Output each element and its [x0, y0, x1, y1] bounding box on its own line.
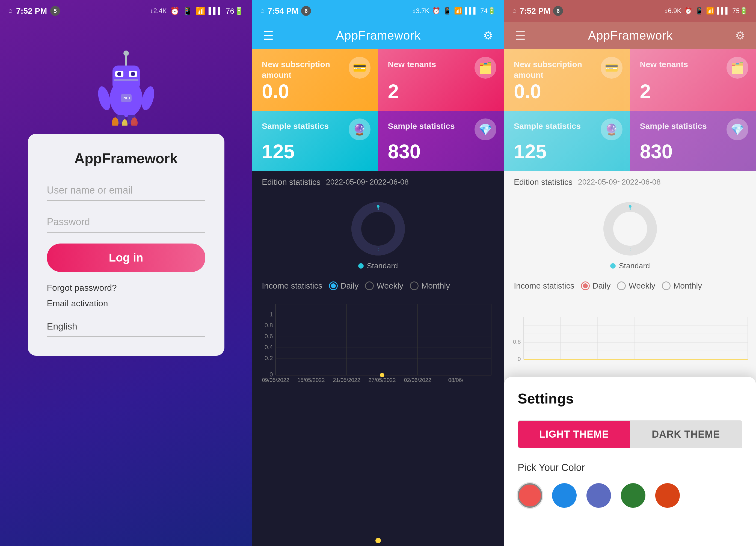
light-alarm-icon: ⏰: [684, 7, 692, 15]
light-tenants-value: 2: [640, 80, 746, 103]
light-settings-icon[interactable]: ⚙: [735, 29, 745, 42]
dark-radio-inner-daily: [331, 283, 336, 288]
light-radio-inner-daily: [583, 283, 588, 288]
username-input[interactable]: [47, 180, 205, 201]
robot-svg: NFT: [80, 44, 173, 126]
dark-status-bar: ○ 7:54 PM 6 ↕3.7K ⏰ 📱 📶 ▌▌▌ 74🔋: [252, 0, 504, 22]
status-bar-login: ○ 7:52 PM 5 ↕2.4K ⏰ 📱 📶 ▌▌▌ 76🔋: [0, 0, 252, 22]
login-panel: ○ 7:52 PM 5 ↕2.4K ⏰ 📱 📶 ▌▌▌ 76🔋: [0, 0, 252, 546]
light-app-header: ☰ AppFramework ⚙: [504, 22, 756, 49]
settings-title: Settings: [518, 390, 742, 407]
light-theme-button[interactable]: LIGHT THEME: [518, 421, 630, 448]
dark-donut-svg: [340, 199, 416, 259]
dark-radio-circle-monthly: [410, 281, 419, 290]
color-green-dot[interactable]: [621, 483, 645, 508]
light-radio-weekly[interactable]: Weekly: [617, 281, 655, 290]
svg-text:0.2: 0.2: [265, 355, 273, 361]
svg-text:0.6: 0.6: [265, 333, 273, 340]
dark-status-left: ○ 7:54 PM 6: [260, 6, 311, 16]
dark-status-time: 7:54 PM: [268, 6, 298, 16]
svg-point-50: [380, 373, 384, 377]
dark-chart-dot: [375, 538, 381, 543]
dark-stats-830-label: Sample statistics: [388, 121, 463, 131]
dark-edition-label: Edition statistics: [262, 177, 321, 187]
light-status-left: ○ 7:52 PM 6: [512, 6, 563, 16]
settings-overlay: Settings LIGHT THEME DARK THEME Pick You…: [504, 377, 756, 546]
svg-text:0.4: 0.4: [265, 344, 273, 351]
dark-radio-weekly[interactable]: Weekly: [365, 281, 403, 290]
light-radio-circle-monthly: [662, 281, 671, 290]
light-daily-label: Daily: [592, 281, 611, 290]
svg-point-51: [608, 207, 652, 251]
status-time: 7:52 PM: [16, 6, 47, 16]
dark-stats-830-value: 830: [388, 140, 494, 163]
login-button[interactable]: Log in: [47, 244, 205, 272]
dark-monthly-label: Monthly: [421, 281, 450, 290]
light-income-label: Income statistics: [514, 281, 574, 290]
dark-card-stats-125: 🔮 Sample statistics 125: [252, 111, 378, 171]
light-tenants-icon: 🗂️: [727, 57, 748, 79]
dark-tenants-label: New tenants: [388, 59, 463, 70]
light-hamburger-icon[interactable]: ☰: [515, 29, 526, 43]
light-wifi-icon: 📶: [706, 7, 714, 15]
email-activation-link[interactable]: Email activation: [47, 298, 108, 308]
dark-wifi-icon: 📶: [454, 7, 462, 15]
light-stats-125-icon: 🔮: [601, 118, 622, 140]
light-stats-125-value: 125: [514, 140, 620, 163]
dark-stats-125-value: 125: [262, 140, 368, 163]
dark-card-subscription: 💳 New subscription amount 0.0: [252, 49, 378, 111]
dark-chart-container: 0 0.2 0.4 0.6 0.8 1 09/05/2022 15/05/202…: [252, 296, 504, 535]
dark-subscription-value: 0.0: [262, 80, 368, 103]
pick-color-label: Pick Your Color: [518, 462, 742, 473]
dark-radio-circle-weekly: [365, 281, 374, 290]
light-stats-830-value: 830: [640, 140, 746, 163]
dark-theme-button[interactable]: DARK THEME: [630, 421, 742, 448]
dark-income-label: Income statistics: [262, 281, 322, 290]
color-orange-dot[interactable]: [655, 483, 680, 508]
svg-point-21: [377, 205, 380, 208]
dark-radio-daily[interactable]: Daily: [329, 281, 359, 290]
dark-tenants-icon: 🗂️: [475, 57, 496, 79]
status-bar-right: ↕2.4K ⏰ 📱 📶 ▌▌▌ 76🔋: [150, 7, 244, 16]
color-indigo-dot[interactable]: [586, 483, 611, 508]
color-red-dot[interactable]: [518, 483, 542, 508]
light-battery-icon: 75🔋: [732, 7, 748, 15]
svg-rect-8: [114, 79, 138, 81]
light-monthly-label: Monthly: [673, 281, 702, 290]
light-subscription-label: New subscription amount: [514, 59, 588, 80]
theme-buttons: LIGHT THEME DARK THEME: [518, 420, 742, 448]
svg-text:27/05/2022: 27/05/2022: [368, 377, 396, 383]
light-radio-monthly[interactable]: Monthly: [662, 281, 702, 290]
password-input[interactable]: [47, 212, 205, 233]
dark-battery-icon: 74🔋: [480, 7, 496, 15]
phone-icon: 📱: [183, 7, 192, 16]
color-blue-dot[interactable]: [552, 483, 577, 508]
dark-card-tenants: 🗂️ New tenants 2: [378, 49, 504, 111]
dark-subscription-label: New subscription amount: [262, 59, 336, 80]
light-chart-svg: 0 0.8: [509, 299, 751, 386]
dark-radio-monthly[interactable]: Monthly: [410, 281, 450, 290]
robot-illustration: NFT: [0, 44, 252, 126]
svg-text:02/06/2022: 02/06/2022: [404, 377, 431, 383]
signal-icon: ▌▌▌: [209, 7, 223, 15]
svg-text:08/06/: 08/06/: [448, 377, 464, 383]
color-dots-row: [518, 483, 742, 508]
dark-chart-svg: 0 0.2 0.4 0.6 0.8 1 09/05/2022 15/05/202…: [257, 299, 499, 386]
hamburger-icon[interactable]: ☰: [263, 29, 274, 43]
dark-settings-icon[interactable]: ⚙: [483, 29, 493, 42]
svg-point-53: [629, 205, 632, 208]
light-stats-830-icon: 💎: [727, 118, 748, 140]
svg-text:1: 1: [269, 311, 273, 318]
forgot-password-link[interactable]: Forgot password?: [47, 283, 117, 293]
svg-text:21/05/2022: 21/05/2022: [333, 377, 360, 383]
light-radio-circle-daily: [581, 281, 590, 290]
light-subscription-icon: 💳: [601, 57, 622, 79]
light-phone-icon: 📱: [695, 7, 703, 15]
alarm-icon: ⏰: [170, 7, 180, 16]
dark-edition-header: Edition statistics 2022-05-09~2022-06-08: [252, 171, 504, 193]
status-bar-left: ○ 7:52 PM 5: [8, 6, 60, 16]
notification-badge: 5: [50, 6, 60, 16]
language-selector[interactable]: [47, 317, 205, 337]
light-radio-daily[interactable]: Daily: [581, 281, 611, 290]
light-signal-icon: ▌▌▌: [717, 7, 730, 14]
